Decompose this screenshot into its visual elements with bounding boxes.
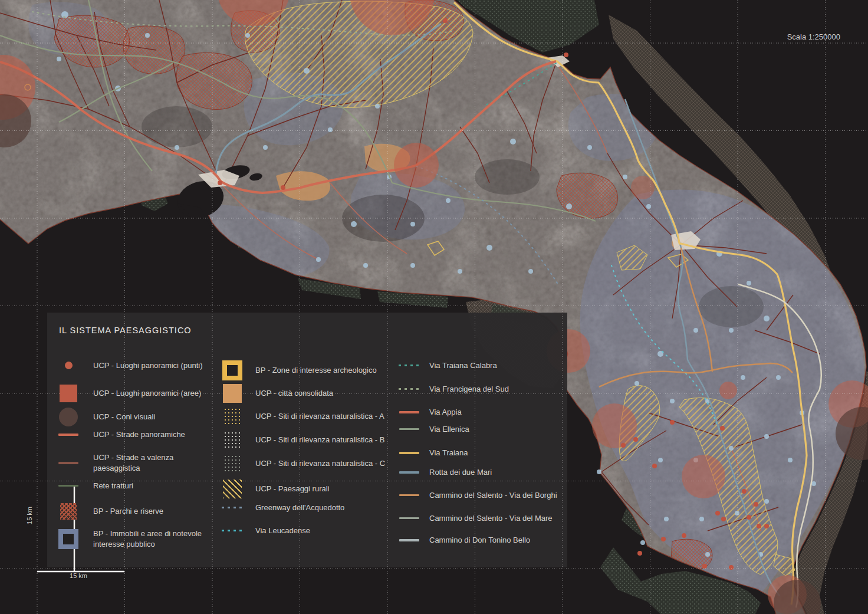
scale-bar-label-horizontal: 15 km — [64, 572, 93, 579]
legend-item: UCP - Luoghi panoramici (aree) — [55, 385, 220, 402]
greenway-acquedotto-swatch — [219, 507, 245, 508]
legend-item: UCP - Strade panoramiche — [55, 429, 220, 440]
rotta-due-mari-swatch — [397, 471, 421, 474]
via-appia-swatch — [397, 411, 421, 413]
cammino-don-tonino-swatch — [397, 539, 421, 541]
rural-landscapes-swatch — [219, 480, 245, 498]
scale-bar-label-vertical: 15 km — [26, 504, 33, 527]
via-leucadense-swatch — [219, 530, 245, 531]
legend-item: UCP - Siti di rilevanza naturalistica - … — [219, 431, 397, 449]
legend-item: Cammino del Salento - Via del Mare — [397, 513, 577, 524]
legend-item: Via Traiana Calabra — [397, 360, 577, 371]
legend-item: UCP - Siti di rilevanza naturalistica - … — [219, 408, 397, 425]
legend-item: UCP - Strade a valenza paesaggistica — [55, 452, 220, 473]
via-traiana-swatch — [397, 452, 421, 454]
map-page: Scala 1:250000 15 km 15 km IL SISTEMA PA… — [0, 0, 868, 614]
tratturi-network-swatch — [55, 485, 81, 487]
bp-public-interest-swatch — [55, 529, 81, 549]
map-scale-label: Scala 1:250000 — [770, 32, 840, 41]
legend-item: Via Appia — [397, 407, 577, 418]
legend-item: Via Leucadense — [219, 526, 397, 536]
legend-item: Via Traiana — [397, 448, 577, 458]
ucp-panoramic-point-swatch — [55, 362, 81, 369]
via-francigena-swatch — [397, 388, 421, 390]
legend-item: UCP - Luoghi panoramici (punti) — [55, 360, 220, 371]
legend-item: Greenway dell'Acquedotto — [219, 503, 397, 513]
cammino-borghi-swatch — [397, 494, 421, 496]
legend-item: BP - Immobili e aree di notevole interes… — [55, 528, 220, 549]
ucp-landscape-roads-swatch — [55, 462, 81, 464]
legend-item: Rete tratturi — [55, 481, 220, 491]
via-traiana-calabra-swatch — [397, 365, 421, 366]
legend-item: Via Francigena del Sud — [397, 384, 577, 395]
bp-parks-swatch — [55, 503, 81, 520]
ucp-panoramic-area-swatch — [55, 385, 81, 402]
ucp-visual-cones-swatch — [55, 408, 81, 426]
legend-item: UCP - Siti di rilevanza naturalistica - … — [219, 455, 397, 472]
legend-item: UCP - Paesaggi rurali — [219, 480, 397, 498]
ucp-consolidated-city-swatch — [219, 384, 245, 403]
legend-title: IL SISTEMA PAESAGGISTICO — [59, 326, 192, 335]
naturalistic-a-swatch — [219, 408, 245, 425]
cammino-mare-swatch — [397, 517, 421, 519]
naturalistic-b-swatch — [219, 431, 245, 449]
via-ellenica-swatch — [397, 428, 421, 430]
legend-item: Rotta dei due Mari — [397, 467, 577, 478]
legend-item: Via Ellenica — [397, 424, 577, 435]
legend-item: Cammino di Don Tonino Bello — [397, 535, 577, 546]
ucp-panoramic-roads-swatch — [55, 434, 81, 436]
legend-item: UCP - città consolidata — [219, 384, 397, 403]
legend-item: BP - Zone di interesse archeologico — [219, 360, 397, 380]
bp-archeo-zones-swatch — [219, 360, 245, 380]
legend-item: UCP - Coni visuali — [55, 408, 220, 426]
legend-item: BP - Parchi e riserve — [55, 503, 220, 520]
naturalistic-c-swatch — [219, 455, 245, 472]
legend-item: Cammino del Salento - Via dei Borghi — [397, 490, 577, 501]
